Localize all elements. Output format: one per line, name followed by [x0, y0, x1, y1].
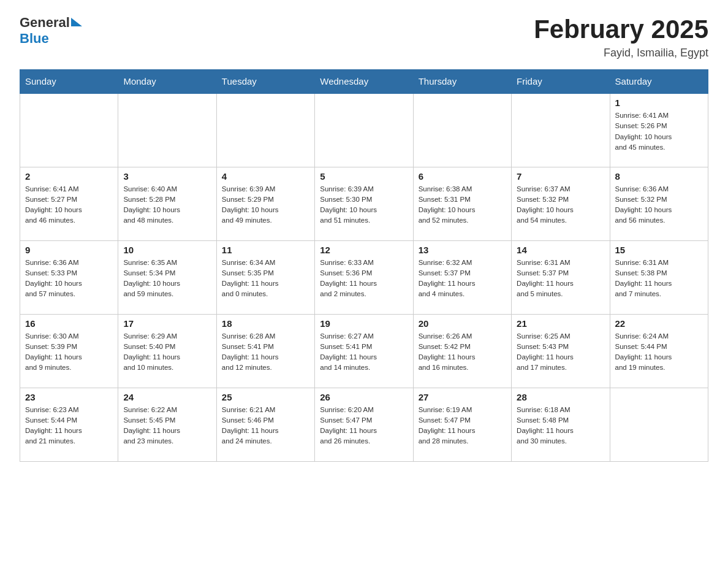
day-number: 2: [25, 171, 113, 182]
week-row-5: 23Sunrise: 6:23 AM Sunset: 5:44 PM Dayli…: [20, 388, 708, 461]
day-info: Sunrise: 6:25 AM Sunset: 5:43 PM Dayligh…: [517, 331, 604, 373]
day-number: 4: [222, 171, 309, 182]
day-info: Sunrise: 6:41 AM Sunset: 5:27 PM Dayligh…: [25, 184, 113, 226]
day-number: 6: [419, 171, 506, 182]
weekday-header-friday: Friday: [512, 70, 610, 94]
day-info: Sunrise: 6:40 AM Sunset: 5:28 PM Dayligh…: [123, 184, 211, 226]
calendar-cell: 12Sunrise: 6:33 AM Sunset: 5:36 PM Dayli…: [315, 240, 413, 314]
calendar-cell: [20, 93, 118, 167]
day-number: 23: [25, 392, 113, 402]
calendar-cell: 23Sunrise: 6:23 AM Sunset: 5:44 PM Dayli…: [20, 388, 118, 461]
day-number: 5: [320, 171, 408, 182]
day-number: 19: [320, 318, 408, 329]
calendar-cell: [512, 93, 610, 167]
day-number: 21: [517, 318, 604, 329]
week-row-3: 9Sunrise: 6:36 AM Sunset: 5:33 PM Daylig…: [20, 240, 708, 314]
calendar-cell: 19Sunrise: 6:27 AM Sunset: 5:41 PM Dayli…: [315, 314, 413, 388]
logo-arrow-icon: [71, 18, 82, 26]
day-info: Sunrise: 6:35 AM Sunset: 5:34 PM Dayligh…: [123, 258, 211, 300]
day-number: 20: [419, 318, 506, 329]
weekday-header-monday: Monday: [118, 70, 216, 94]
day-number: 18: [222, 318, 309, 329]
calendar-cell: 2Sunrise: 6:41 AM Sunset: 5:27 PM Daylig…: [20, 167, 118, 240]
day-info: Sunrise: 6:34 AM Sunset: 5:35 PM Dayligh…: [222, 258, 309, 300]
day-number: 8: [615, 171, 703, 182]
day-info: Sunrise: 6:20 AM Sunset: 5:47 PM Dayligh…: [320, 405, 408, 447]
calendar-cell: [216, 93, 314, 167]
calendar-cell: 6Sunrise: 6:38 AM Sunset: 5:31 PM Daylig…: [413, 167, 511, 240]
calendar-cell: [413, 93, 511, 167]
calendar-cell: 18Sunrise: 6:28 AM Sunset: 5:41 PM Dayli…: [216, 314, 314, 388]
calendar-cell: 13Sunrise: 6:32 AM Sunset: 5:37 PM Dayli…: [413, 240, 511, 314]
day-info: Sunrise: 6:27 AM Sunset: 5:41 PM Dayligh…: [320, 331, 408, 373]
calendar-cell: 14Sunrise: 6:31 AM Sunset: 5:37 PM Dayli…: [512, 240, 610, 314]
calendar-cell: 28Sunrise: 6:18 AM Sunset: 5:48 PM Dayli…: [512, 388, 610, 461]
calendar-cell: 5Sunrise: 6:39 AM Sunset: 5:30 PM Daylig…: [315, 167, 413, 240]
calendar-cell: 17Sunrise: 6:29 AM Sunset: 5:40 PM Dayli…: [118, 314, 216, 388]
day-info: Sunrise: 6:29 AM Sunset: 5:40 PM Dayligh…: [123, 331, 211, 373]
week-row-4: 16Sunrise: 6:30 AM Sunset: 5:39 PM Dayli…: [20, 314, 708, 388]
weekday-header-sunday: Sunday: [20, 70, 118, 94]
calendar-cell: 8Sunrise: 6:36 AM Sunset: 5:32 PM Daylig…: [610, 167, 708, 240]
day-info: Sunrise: 6:31 AM Sunset: 5:37 PM Dayligh…: [517, 258, 604, 300]
day-info: Sunrise: 6:28 AM Sunset: 5:41 PM Dayligh…: [222, 331, 309, 373]
day-number: 16: [25, 318, 113, 329]
week-row-1: 1Sunrise: 6:41 AM Sunset: 5:26 PM Daylig…: [20, 93, 708, 167]
calendar-body: 1Sunrise: 6:41 AM Sunset: 5:26 PM Daylig…: [20, 93, 708, 461]
calendar-cell: 27Sunrise: 6:19 AM Sunset: 5:47 PM Dayli…: [413, 388, 511, 461]
weekday-header-saturday: Saturday: [610, 70, 708, 94]
day-number: 7: [517, 171, 604, 182]
calendar-cell: [315, 93, 413, 167]
day-number: 13: [419, 245, 506, 255]
title-block: February 2025 Fayid, Ismailia, Egypt: [534, 15, 708, 59]
day-info: Sunrise: 6:19 AM Sunset: 5:47 PM Dayligh…: [419, 405, 506, 447]
calendar-cell: 15Sunrise: 6:31 AM Sunset: 5:38 PM Dayli…: [610, 240, 708, 314]
weekday-header-wednesday: Wednesday: [315, 70, 413, 94]
calendar-cell: 10Sunrise: 6:35 AM Sunset: 5:34 PM Dayli…: [118, 240, 216, 314]
page-header: General Blue February 2025 Fayid, Ismail…: [20, 15, 708, 59]
day-number: 27: [419, 392, 506, 402]
day-number: 22: [615, 318, 703, 329]
week-row-2: 2Sunrise: 6:41 AM Sunset: 5:27 PM Daylig…: [20, 167, 708, 240]
day-number: 26: [320, 392, 408, 402]
day-info: Sunrise: 6:36 AM Sunset: 5:33 PM Dayligh…: [25, 258, 113, 300]
calendar-cell: 1Sunrise: 6:41 AM Sunset: 5:26 PM Daylig…: [610, 93, 708, 167]
calendar-cell: 20Sunrise: 6:26 AM Sunset: 5:42 PM Dayli…: [413, 314, 511, 388]
calendar-cell: 24Sunrise: 6:22 AM Sunset: 5:45 PM Dayli…: [118, 388, 216, 461]
day-info: Sunrise: 6:32 AM Sunset: 5:37 PM Dayligh…: [419, 258, 506, 300]
day-number: 10: [123, 245, 211, 255]
day-number: 3: [123, 171, 211, 182]
weekday-row: SundayMondayTuesdayWednesdayThursdayFrid…: [20, 70, 708, 94]
day-number: 25: [222, 392, 309, 402]
day-number: 9: [25, 245, 113, 255]
calendar-title: February 2025: [534, 15, 708, 44]
day-number: 15: [615, 245, 703, 255]
day-info: Sunrise: 6:23 AM Sunset: 5:44 PM Dayligh…: [25, 405, 113, 447]
day-info: Sunrise: 6:33 AM Sunset: 5:36 PM Dayligh…: [320, 258, 408, 300]
day-info: Sunrise: 6:22 AM Sunset: 5:45 PM Dayligh…: [123, 405, 211, 447]
calendar-header: SundayMondayTuesdayWednesdayThursdayFrid…: [20, 70, 708, 94]
calendar-cell: 11Sunrise: 6:34 AM Sunset: 5:35 PM Dayli…: [216, 240, 314, 314]
calendar-cell: 3Sunrise: 6:40 AM Sunset: 5:28 PM Daylig…: [118, 167, 216, 240]
day-info: Sunrise: 6:21 AM Sunset: 5:46 PM Dayligh…: [222, 405, 309, 447]
calendar-cell: 16Sunrise: 6:30 AM Sunset: 5:39 PM Dayli…: [20, 314, 118, 388]
calendar-cell: 9Sunrise: 6:36 AM Sunset: 5:33 PM Daylig…: [20, 240, 118, 314]
calendar-subtitle: Fayid, Ismailia, Egypt: [534, 47, 708, 59]
day-info: Sunrise: 6:26 AM Sunset: 5:42 PM Dayligh…: [419, 331, 506, 373]
day-info: Sunrise: 6:36 AM Sunset: 5:32 PM Dayligh…: [615, 184, 703, 226]
day-number: 17: [123, 318, 211, 329]
logo-blue: Blue: [20, 31, 49, 46]
day-number: 1: [615, 98, 703, 108]
calendar-cell: 25Sunrise: 6:21 AM Sunset: 5:46 PM Dayli…: [216, 388, 314, 461]
logo: General Blue: [20, 15, 82, 47]
calendar-cell: 4Sunrise: 6:39 AM Sunset: 5:29 PM Daylig…: [216, 167, 314, 240]
day-info: Sunrise: 6:24 AM Sunset: 5:44 PM Dayligh…: [615, 331, 703, 373]
day-number: 12: [320, 245, 408, 255]
weekday-header-tuesday: Tuesday: [216, 70, 314, 94]
day-info: Sunrise: 6:37 AM Sunset: 5:32 PM Dayligh…: [517, 184, 604, 226]
day-number: 14: [517, 245, 604, 255]
calendar-cell: [610, 388, 708, 461]
calendar-table: SundayMondayTuesdayWednesdayThursdayFrid…: [20, 69, 708, 462]
day-info: Sunrise: 6:30 AM Sunset: 5:39 PM Dayligh…: [25, 331, 113, 373]
calendar-cell: 21Sunrise: 6:25 AM Sunset: 5:43 PM Dayli…: [512, 314, 610, 388]
